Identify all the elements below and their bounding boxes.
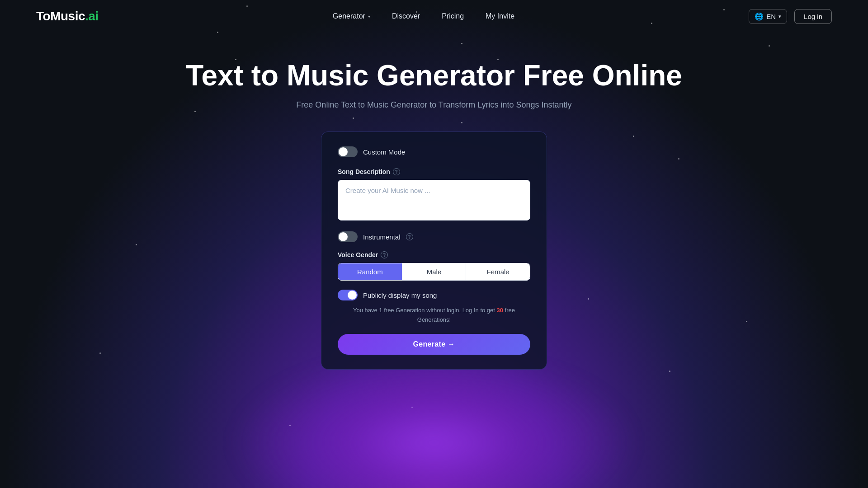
navbar: ToMusic.ai Generator ▾ Discover Pricing … bbox=[0, 0, 868, 33]
nav-my-invite[interactable]: My Invite bbox=[486, 12, 514, 20]
nav-discover-label: Discover bbox=[392, 12, 420, 20]
chevron-down-icon: ▾ bbox=[368, 14, 370, 19]
voice-gender-help-icon[interactable]: ? bbox=[381, 251, 388, 258]
logo-ai: ai bbox=[88, 9, 98, 23]
nav-right: 🌐 EN ▾ Log in bbox=[749, 9, 832, 24]
free-notice-middle: free Generation without login, Log In to… bbox=[382, 307, 497, 314]
free-notice-prefix: You have bbox=[353, 307, 379, 314]
language-label: EN bbox=[766, 13, 776, 20]
custom-mode-row: Custom Mode bbox=[338, 146, 530, 157]
logo-prefix: ToMusic bbox=[36, 9, 85, 23]
free-notice-highlight: 30 bbox=[497, 307, 503, 314]
public-display-toggle-knob bbox=[348, 291, 357, 300]
nav-my-invite-label: My Invite bbox=[486, 12, 514, 20]
login-button[interactable]: Log in bbox=[794, 9, 832, 24]
free-notice-count: 1 bbox=[379, 307, 382, 314]
nav-generator-label: Generator bbox=[333, 12, 365, 20]
hero-title: Text to Music Generator Free Online bbox=[186, 60, 682, 91]
gender-male-button[interactable]: Male bbox=[402, 263, 467, 280]
instrumental-label: Instrumental bbox=[363, 233, 401, 241]
instrumental-toggle[interactable] bbox=[338, 231, 358, 242]
song-description-help-icon[interactable]: ? bbox=[393, 168, 400, 175]
gender-random-button[interactable]: Random bbox=[338, 263, 402, 280]
song-description-text: Song Description bbox=[338, 168, 390, 175]
nav-pricing-label: Pricing bbox=[442, 12, 464, 20]
instrumental-row: Instrumental ? bbox=[338, 231, 530, 242]
nav-generator[interactable]: Generator ▾ bbox=[333, 12, 370, 20]
gender-female-button[interactable]: Female bbox=[466, 263, 530, 280]
hero-section: Text to Music Generator Free Online Free… bbox=[0, 33, 868, 488]
gender-buttons: Random Male Female bbox=[338, 263, 530, 281]
custom-mode-label: Custom Mode bbox=[363, 148, 405, 156]
instrumental-toggle-knob bbox=[339, 232, 348, 241]
generate-button[interactable]: Generate → bbox=[338, 334, 530, 355]
globe-icon: 🌐 bbox=[755, 12, 764, 21]
hero-subtitle: Free Online Text to Music Generator to T… bbox=[296, 100, 571, 110]
logo[interactable]: ToMusic.ai bbox=[36, 9, 99, 23]
nav-links: Generator ▾ Discover Pricing My Invite bbox=[333, 12, 514, 20]
song-description-label: Song Description ? bbox=[338, 168, 530, 175]
public-display-label: Publicly display my song bbox=[363, 291, 437, 299]
custom-mode-toggle[interactable] bbox=[338, 146, 358, 157]
voice-gender-section: Voice Gender ? Random Male Female bbox=[338, 251, 530, 281]
public-display-toggle[interactable] bbox=[338, 290, 358, 300]
logo-text: ToMusic.ai bbox=[36, 9, 99, 23]
free-notice: You have 1 free Generation without login… bbox=[338, 306, 530, 325]
public-display-row: Publicly display my song bbox=[338, 290, 530, 300]
song-description-input[interactable] bbox=[338, 180, 530, 221]
voice-gender-text: Voice Gender bbox=[338, 251, 378, 258]
voice-gender-label: Voice Gender ? bbox=[338, 251, 530, 258]
nav-discover[interactable]: Discover bbox=[392, 12, 420, 20]
language-selector[interactable]: 🌐 EN ▾ bbox=[749, 9, 787, 24]
chevron-down-icon: ▾ bbox=[778, 14, 781, 19]
generator-card: Custom Mode Song Description ? Instrumen… bbox=[321, 131, 547, 370]
toggle-knob bbox=[339, 147, 348, 156]
nav-pricing[interactable]: Pricing bbox=[442, 12, 464, 20]
instrumental-help-icon[interactable]: ? bbox=[406, 233, 413, 240]
